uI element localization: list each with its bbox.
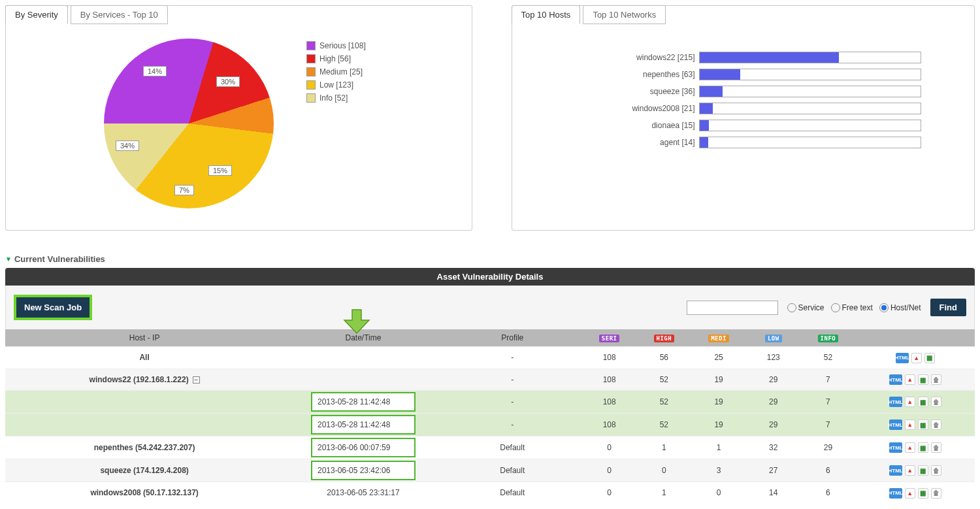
html-export-icon[interactable]: HTML: [889, 465, 902, 476]
bar-row: nepenthes [63]: [512, 69, 949, 80]
host-cell[interactable]: windows2008 (50.17.132.137): [5, 482, 284, 504]
severity-count: 3: [691, 459, 746, 482]
toolbar: New Scan Job ServiceFree textHost/Net Fi…: [5, 286, 975, 329]
profile-cell: -: [443, 369, 582, 391]
datetime-cell: 2013-06-05 23:31:17: [284, 482, 443, 504]
pdf-export-icon[interactable]: [905, 374, 915, 385]
severity-count: 0: [637, 459, 692, 482]
search-input[interactable]: [687, 301, 778, 315]
xls-export-icon[interactable]: [918, 488, 928, 499]
xls-export-icon[interactable]: [918, 419, 928, 430]
arrow-down-icon: [342, 308, 372, 337]
profile-cell: -: [443, 347, 582, 369]
tab-by-services-top-10[interactable]: By Services - Top 10: [71, 5, 168, 24]
hosts-bar-chart: windows22 [215]nepenthes [63]squeeze [36…: [512, 39, 975, 148]
datetime-cell: 2013-05-28 11:42:48: [284, 414, 443, 436]
expand-icon[interactable]: −: [193, 376, 200, 384]
pdf-export-icon[interactable]: [911, 353, 922, 363]
xls-export-icon[interactable]: [918, 374, 928, 385]
radio-free-text[interactable]: [831, 303, 840, 312]
vulnerability-table: Host - IPDate/TimeProfileSERIHIGHMEDILOW…: [5, 329, 975, 504]
legend-item: Serious [108]: [306, 41, 366, 50]
legend-item: Medium [25]: [306, 67, 366, 76]
pdf-export-icon[interactable]: [905, 397, 915, 407]
profile-cell: -: [443, 414, 582, 436]
html-export-icon[interactable]: HTML: [889, 442, 902, 453]
severity-count: 0: [582, 459, 637, 482]
severity-count: 52: [637, 391, 692, 414]
find-button[interactable]: Find: [930, 299, 966, 316]
pie-slice-label: 7%: [174, 185, 194, 195]
legend-item: Info [52]: [306, 93, 366, 103]
severity-badge: SERI: [599, 335, 620, 342]
severity-count: 52: [637, 414, 692, 436]
severity-count: 29: [746, 414, 801, 436]
html-export-icon[interactable]: HTML: [889, 397, 902, 407]
section-title: Current Vulnerabilities: [14, 254, 105, 264]
severity-count: 56: [637, 347, 692, 369]
pdf-export-icon[interactable]: [905, 442, 915, 453]
severity-count: 108: [582, 414, 637, 436]
del-export-icon[interactable]: [931, 419, 941, 430]
datetime-cell: [284, 347, 443, 369]
pie-slice-label: 30%: [216, 76, 240, 87]
datetime-cell: 2013-06-05 23:42:06: [284, 459, 443, 482]
bar-row: agent [14]: [512, 137, 949, 148]
severity-count: 52: [801, 347, 856, 369]
severity-count: 1: [637, 482, 692, 504]
host-cell[interactable]: windows22 (192.168.1.222)−: [5, 369, 284, 391]
host-cell[interactable]: All: [5, 347, 284, 369]
severity-badge: HIGH: [654, 335, 675, 342]
severity-tab-bar: By SeverityBy Services - Top 10: [5, 5, 171, 24]
xls-export-icon[interactable]: [918, 397, 928, 407]
xls-export-icon[interactable]: [924, 353, 935, 363]
severity-count: 7: [801, 391, 856, 414]
severity-count: 108: [582, 369, 637, 391]
datetime-cell: 2013-05-28 11:42:48: [284, 391, 443, 414]
tab-top-10-networks[interactable]: Top 10 Networks: [583, 5, 666, 24]
del-export-icon[interactable]: [931, 374, 941, 385]
current-vulnerabilities-toggle[interactable]: ▼ Current Vulnerabilities: [5, 250, 975, 268]
severity-count: 19: [691, 414, 746, 436]
severity-count: 32: [746, 436, 801, 459]
col-header[interactable]: Profile: [443, 329, 582, 347]
del-export-icon[interactable]: [931, 442, 941, 453]
html-export-icon[interactable]: HTML: [896, 353, 909, 363]
pdf-export-icon[interactable]: [905, 488, 915, 499]
caret-down-icon: ▼: [5, 255, 12, 263]
severity-count: 19: [691, 391, 746, 414]
del-export-icon[interactable]: [931, 488, 941, 499]
severity-count: 25: [691, 347, 746, 369]
severity-count: 1: [637, 436, 692, 459]
del-export-icon[interactable]: [931, 465, 941, 476]
panel-header: Asset Vulnerability Details: [5, 268, 975, 286]
html-export-icon[interactable]: HTML: [889, 374, 902, 385]
severity-count: 6: [801, 459, 856, 482]
tab-top-10-hosts[interactable]: Top 10 Hosts: [512, 5, 581, 24]
pdf-export-icon[interactable]: [905, 465, 915, 476]
severity-badge: MEDI: [708, 335, 729, 342]
del-export-icon[interactable]: [931, 397, 941, 407]
col-header[interactable]: Host - IP: [5, 329, 284, 347]
bar-row: windows2008 [21]: [512, 103, 949, 114]
host-cell[interactable]: squeeze (174.129.4.208): [5, 459, 284, 482]
severity-badge: LOW: [765, 335, 782, 342]
bar-row: windows22 [215]: [512, 52, 949, 63]
severity-count: 52: [637, 369, 692, 391]
severity-count: 6: [801, 482, 856, 504]
html-export-icon[interactable]: HTML: [889, 419, 902, 430]
radio-service[interactable]: [787, 303, 796, 312]
new-scan-job-button[interactable]: New Scan Job: [14, 295, 92, 320]
hosts-tab-bar: Top 10 HostsTop 10 Networks: [512, 5, 669, 24]
html-export-icon[interactable]: HTML: [889, 488, 902, 499]
profile-cell: -: [443, 391, 582, 414]
host-cell[interactable]: nepenthes (54.242.237.207): [5, 436, 284, 459]
xls-export-icon[interactable]: [918, 465, 928, 476]
tab-by-severity[interactable]: By Severity: [5, 5, 68, 24]
pdf-export-icon[interactable]: [905, 419, 915, 430]
host-cell: [5, 414, 284, 436]
host-cell: [5, 391, 284, 414]
xls-export-icon[interactable]: [918, 442, 928, 453]
severity-count: 27: [746, 459, 801, 482]
radio-host-net[interactable]: [879, 303, 889, 312]
